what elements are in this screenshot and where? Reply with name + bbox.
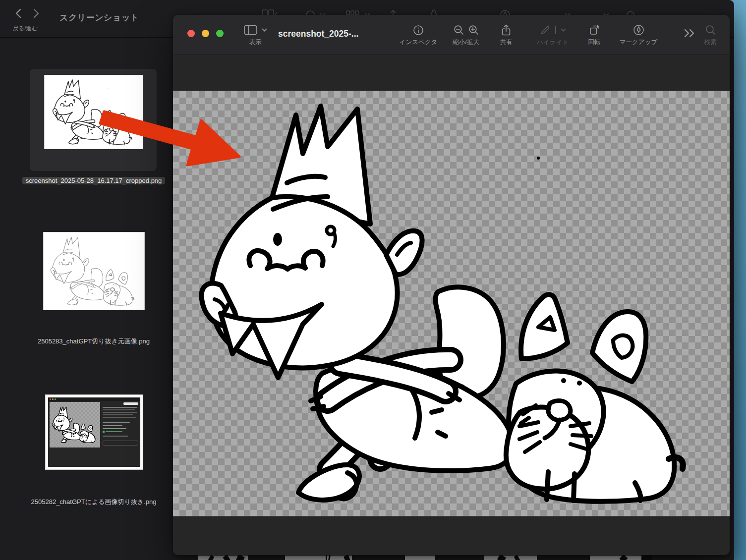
share-button[interactable]: 共有 xyxy=(491,23,521,47)
mini-canvas xyxy=(50,402,100,448)
mini-input-pill xyxy=(123,402,138,405)
pen-nib-circle-icon xyxy=(633,24,644,36)
double-chevron-right-icon xyxy=(684,28,695,38)
gallery-filmstrip xyxy=(193,556,731,560)
filmstrip-tile xyxy=(405,556,435,560)
close-button[interactable] xyxy=(187,30,195,37)
mini-minimize-icon xyxy=(52,398,54,400)
finder-window-title: スクリーンショット xyxy=(59,12,139,23)
image-canvas xyxy=(173,91,730,516)
file-name-sketch-source[interactable]: 2505283_chatGPT切り抜き元画像.png xyxy=(22,336,166,346)
file-name-chatgpt-screenshot[interactable]: 2505282_chatGPTによる画像切り抜き.png xyxy=(22,497,166,507)
filmstrip-tile xyxy=(285,556,352,560)
thumbnail-chatgpt-screenshot-png[interactable] xyxy=(46,395,143,469)
pencil-icon xyxy=(540,25,550,35)
magnifier-minus-icon xyxy=(454,25,464,35)
mini-close-icon xyxy=(50,398,51,400)
file-name-selected[interactable]: screenshot_2025-05-28_16.17.17_cropped.p… xyxy=(22,176,166,186)
forward-button[interactable] xyxy=(33,8,40,19)
separator xyxy=(555,26,556,35)
zoom-window-button[interactable] xyxy=(216,30,224,37)
highlight-button[interactable]: ハイライト xyxy=(530,23,575,47)
back-forward-label: 戻る/進む xyxy=(13,25,38,32)
thumbnail-sketch-source-png[interactable] xyxy=(44,232,144,310)
mini-zoom-icon xyxy=(55,398,56,400)
preview-window: 表示 screenshot_2025-... インスペクタ 縮小/拡大 共有 xyxy=(173,15,730,555)
window-title: screenshot_2025-... xyxy=(278,29,358,39)
info-circle-icon xyxy=(413,25,424,36)
search-button[interactable]: 検索 xyxy=(700,23,720,47)
chevron-down-icon xyxy=(561,28,566,32)
chevron-down-icon xyxy=(262,28,267,32)
mini-app-titlebar xyxy=(48,397,140,401)
rotate-button[interactable]: 回転 xyxy=(579,23,609,47)
file-name-highlight[interactable]: screenshot_2025-05-28_16.17.17_cropped.p… xyxy=(22,177,166,184)
magnifier-icon xyxy=(705,25,716,35)
zoom-buttons[interactable]: 縮小/拡大 xyxy=(446,23,486,47)
mini-success-badge xyxy=(103,431,105,433)
minimize-button[interactable] xyxy=(202,30,209,37)
share-up-arrow-icon xyxy=(501,24,512,36)
filmstrip-tile xyxy=(198,556,248,560)
thumbnail-cropped-png[interactable] xyxy=(45,75,143,149)
filmstrip-tile xyxy=(484,556,537,560)
rotate-square-icon xyxy=(589,24,600,36)
inspector-button[interactable]: インスペクタ xyxy=(399,23,438,47)
magnifier-plus-icon xyxy=(468,25,479,35)
sidebar-panel-icon xyxy=(244,25,257,35)
kicking-man-and-dog-drawing xyxy=(173,91,730,516)
mini-chat-pane xyxy=(102,402,139,465)
filmstrip-tile xyxy=(590,556,652,560)
markup-button[interactable]: マークアップ xyxy=(619,23,658,47)
back-button[interactable] xyxy=(15,8,22,19)
toolbar-overflow-button[interactable] xyxy=(683,26,696,40)
view-button[interactable]: 表示 xyxy=(239,23,271,47)
mini-app-window xyxy=(48,397,140,467)
preview-toolbar: 表示 screenshot_2025-... インスペクタ 縮小/拡大 共有 xyxy=(173,15,730,55)
